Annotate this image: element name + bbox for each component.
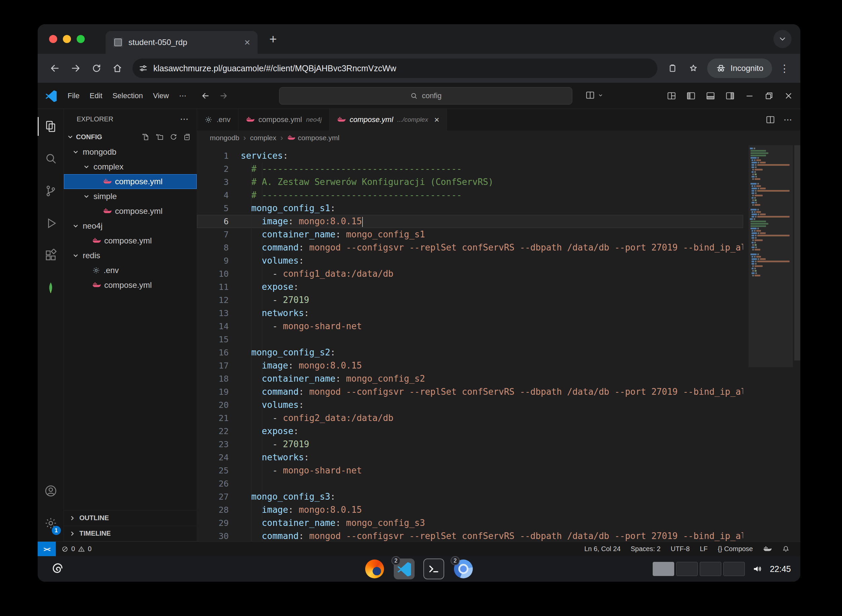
remote-indicator[interactable]: >< — [38, 542, 56, 556]
code-content[interactable]: 1services:2 # --------------------------… — [197, 145, 743, 541]
close-window-button[interactable] — [49, 35, 57, 43]
editor-scrollbar[interactable] — [794, 145, 800, 361]
menu-more[interactable]: ⋯ — [174, 89, 191, 103]
code-line[interactable]: 3 # A. Zestaw Serwerów Konfiguracji (Con… — [197, 176, 743, 189]
code-line[interactable]: 14 - mongo-shard-net — [197, 320, 743, 333]
tree-item-complex[interactable]: complex — [64, 159, 197, 174]
tab-close-icon[interactable]: × — [244, 37, 250, 47]
toggle-primary-sidebar-icon[interactable] — [686, 91, 696, 101]
explorer-activity-icon[interactable] — [38, 110, 64, 142]
workspace-4[interactable] — [723, 562, 745, 576]
nav-back-icon[interactable] — [201, 91, 210, 101]
tree-item-compose.yml[interactable]: compose.yml — [64, 174, 197, 189]
code-line[interactable]: 30 command: mongod --configsvr --replSet… — [197, 529, 743, 541]
account-icon[interactable] — [38, 475, 64, 507]
notifications-bell-icon[interactable] — [777, 542, 795, 556]
code-line[interactable]: 7 container_name: mongo_config_s1 — [197, 228, 743, 241]
code-line[interactable]: 23 - 27019 — [197, 438, 743, 451]
editor-tab-compose-yml[interactable]: compose.yml.../complex× — [330, 109, 447, 131]
workspace-3[interactable] — [700, 562, 721, 576]
tab-search-button[interactable] — [773, 30, 792, 48]
mongodb-activity-icon[interactable] — [38, 272, 64, 304]
command-center-search[interactable]: config — [279, 87, 572, 104]
workspace-2[interactable] — [676, 562, 698, 576]
extensions-activity-icon[interactable] — [38, 239, 64, 272]
code-line[interactable]: 16 mongo_config_s2: — [197, 346, 743, 359]
tree-item-neo4j[interactable]: neo4j — [64, 219, 197, 233]
explorer-more-icon[interactable]: ⋯ — [180, 114, 189, 125]
new-tab-button[interactable]: + — [264, 29, 282, 48]
forward-button[interactable] — [66, 59, 85, 78]
tree-item-simple[interactable]: simple — [64, 189, 197, 204]
reload-button[interactable] — [87, 59, 106, 78]
restore-icon[interactable] — [764, 91, 774, 101]
minimize-icon[interactable] — [744, 91, 755, 101]
code-line[interactable]: 4 # ------------------------------------… — [197, 189, 743, 202]
chromium-taskbar-icon[interactable]: 2 — [453, 559, 474, 579]
editor-more-icon[interactable]: ⋯ — [783, 114, 792, 125]
tree-item-redis[interactable]: redis — [64, 248, 197, 263]
back-button[interactable] — [45, 59, 65, 78]
terminal-taskbar-icon[interactable] — [423, 559, 444, 579]
firefox-taskbar-icon[interactable] — [364, 559, 385, 579]
code-line[interactable]: 13 networks: — [197, 307, 743, 320]
run-debug-activity-icon[interactable] — [38, 207, 64, 239]
code-line[interactable]: 25 - mongo-shard-net — [197, 464, 743, 477]
toggle-layout-control[interactable] — [585, 90, 604, 100]
code-line[interactable]: 27 mongo_config_s3: — [197, 490, 743, 503]
code-line[interactable]: 26 — [197, 477, 743, 490]
copy-link-icon[interactable] — [663, 59, 682, 78]
editor-tab--env[interactable]: .env — [197, 109, 238, 131]
code-line[interactable]: 21 - config2_data:/data/db — [197, 412, 743, 425]
settings-gear-icon[interactable]: 2 1 — [38, 507, 64, 539]
search-activity-icon[interactable] — [38, 142, 64, 175]
breadcrumb-item-mongodb[interactable]: mongodb — [210, 134, 239, 142]
refresh-icon[interactable] — [169, 133, 177, 141]
tree-item-compose.yml[interactable]: compose.yml — [64, 278, 197, 293]
code-line[interactable]: 12 - 27019 — [197, 293, 743, 307]
menu-selection[interactable]: Selection — [107, 89, 148, 103]
site-settings-icon[interactable] — [139, 63, 148, 73]
menu-view[interactable]: View — [148, 89, 174, 103]
code-line[interactable]: 6 image: mongo:8.0.15 — [197, 215, 743, 228]
outline-section[interactable]: OUTLINE — [64, 510, 197, 526]
code-line[interactable]: 2 # ------------------------------------… — [197, 163, 743, 176]
nav-forward-icon[interactable] — [219, 91, 228, 101]
tree-item-mongodb[interactable]: mongodb — [64, 145, 197, 159]
code-line[interactable]: 11 expose: — [197, 280, 743, 293]
source-control-activity-icon[interactable] — [38, 175, 64, 207]
code-line[interactable]: 1services: — [197, 149, 743, 163]
collapse-all-icon[interactable] — [183, 133, 191, 141]
url-text[interactable]: klasawchmurze.pl/guacamole/#/client/MQBj… — [153, 63, 396, 73]
timeline-section[interactable]: TIMELINE — [64, 526, 197, 541]
address-bar[interactable]: klasawchmurze.pl/guacamole/#/client/MQBj… — [132, 59, 657, 78]
zoom-window-button[interactable] — [77, 35, 85, 43]
status-cursor-position[interactable]: Ln 6, Col 24 — [579, 542, 626, 556]
code-line[interactable]: 15 — [197, 333, 743, 346]
close-icon[interactable] — [783, 91, 794, 101]
split-editor-icon[interactable] — [765, 114, 775, 125]
problems-indicator[interactable]: 0 0 — [56, 545, 97, 553]
debian-menu-icon[interactable] — [50, 561, 66, 576]
docker-status-icon[interactable] — [758, 542, 777, 556]
code-line[interactable]: 17 image: mongo:8.0.15 — [197, 359, 743, 372]
status-language-mode[interactable]: {} Compose — [713, 542, 758, 556]
breadcrumb-item-complex[interactable]: complex — [250, 134, 276, 142]
home-button[interactable] — [108, 59, 127, 78]
new-folder-icon[interactable] — [155, 133, 164, 141]
browser-tab[interactable]: student-050_rdp × — [106, 31, 258, 54]
browser-menu-icon[interactable]: ⋮ — [776, 63, 793, 74]
code-line[interactable]: 29 container_name: mongo_config_s3 — [197, 516, 743, 529]
code-line[interactable]: 10 - config1_data:/data/db — [197, 267, 743, 280]
code-line[interactable]: 19 command: mongod --configsvr --replSet… — [197, 385, 743, 399]
code-line[interactable]: 8 command: mongod --configsvr --replSet … — [197, 241, 743, 254]
workspace-switcher[interactable] — [653, 562, 745, 576]
code-line[interactable]: 20 volumes: — [197, 399, 743, 412]
vscode-taskbar-icon[interactable]: 2 — [394, 559, 415, 579]
breadcrumb[interactable]: mongodb›complex›compose.yml — [197, 131, 800, 145]
explorer-root-section[interactable]: CONFIG — [64, 129, 197, 145]
status-indentation[interactable]: Spaces: 2 — [626, 542, 666, 556]
tree-item-compose.yml[interactable]: compose.yml — [64, 204, 197, 219]
volume-icon[interactable] — [752, 564, 762, 574]
code-editor[interactable]: 1services:2 # --------------------------… — [197, 145, 800, 541]
